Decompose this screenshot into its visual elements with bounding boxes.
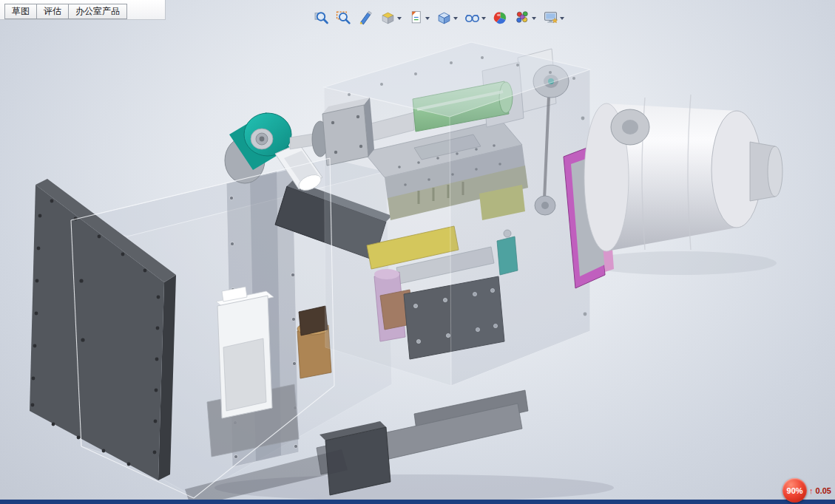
dropdown-arrow-icon[interactable] <box>481 17 486 20</box>
view-settings-icon <box>543 10 558 25</box>
performance-indicator: 90% ↑ 0.05 <box>782 478 831 503</box>
dropdown-arrow-icon[interactable] <box>425 17 430 20</box>
dropdown-arrow-icon[interactable] <box>397 17 402 20</box>
heads-up-view-toolbar <box>314 10 564 25</box>
view-orientation-button[interactable] <box>436 10 458 25</box>
performance-delta: 0.05 <box>816 486 831 495</box>
dropdown-arrow-icon[interactable] <box>532 17 536 20</box>
tab-evaluate[interactable]: 评估 <box>36 4 69 19</box>
actuator-box[interactable] <box>216 287 274 418</box>
tab-office-products[interactable]: 办公室产品 <box>68 4 127 19</box>
graphics-viewport[interactable]: 草图 评估 办公室产品 <box>0 0 835 504</box>
housing-upper-glass[interactable] <box>324 42 590 386</box>
view-settings-button[interactable] <box>543 10 564 25</box>
dynamic-annotation-views-icon <box>408 10 424 25</box>
section-view-icon <box>380 10 396 25</box>
performance-badge[interactable]: 90% <box>782 478 807 503</box>
edit-appearance-button[interactable] <box>493 10 508 25</box>
cad-assembly-model[interactable] <box>0 0 835 504</box>
hide-show-items-icon <box>464 10 480 25</box>
previous-view-button[interactable] <box>358 10 373 25</box>
zoom-to-fit-button[interactable] <box>314 10 329 25</box>
view-orientation-icon <box>436 10 452 25</box>
apply-scene-icon <box>515 10 530 25</box>
section-view-button[interactable] <box>380 10 402 25</box>
command-manager-tab-bar: 草图 评估 办公室产品 <box>0 0 166 20</box>
zoom-to-area-icon <box>336 10 351 25</box>
hide-show-items-button[interactable] <box>464 10 486 25</box>
dropdown-arrow-icon[interactable] <box>453 17 458 20</box>
apply-scene-button[interactable] <box>515 10 536 25</box>
zoom-to-fit-icon <box>314 10 329 25</box>
dynamic-annotation-views-button[interactable] <box>408 10 430 25</box>
dropdown-arrow-icon[interactable] <box>560 17 564 20</box>
status-bar <box>0 500 835 504</box>
previous-view-icon <box>358 10 373 25</box>
edit-appearance-icon <box>493 10 508 25</box>
up-arrow-icon: ↑ <box>809 486 814 495</box>
servo-motor[interactable] <box>584 95 782 251</box>
tab-sketch[interactable]: 草图 <box>4 4 37 19</box>
zoom-to-area-button[interactable] <box>336 10 351 25</box>
